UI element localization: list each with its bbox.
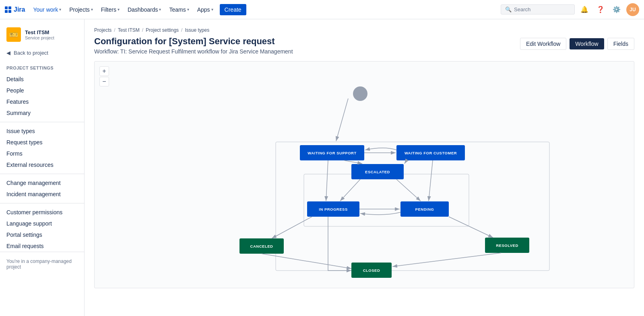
sidebar-item-forms[interactable]: Forms <box>0 148 84 159</box>
chevron-down-icon: ▾ <box>187 7 189 12</box>
page-header-left: Configuration for [System] Service reque… <box>94 36 293 55</box>
arrow-canceled-closed <box>262 254 351 269</box>
workflow-button[interactable]: Workflow <box>570 38 604 49</box>
page-subtitle: Workflow: TI: Service Request Fulfilment… <box>94 48 293 55</box>
chevron-down-icon: ▾ <box>118 7 120 12</box>
page-title: Configuration for [System] Service reque… <box>94 36 293 47</box>
arrow-wc-pending <box>429 160 433 201</box>
fields-button[interactable]: Fields <box>607 38 634 50</box>
topnav: Jira Your work ▾ Projects ▾ Filters ▾ Da… <box>0 0 644 19</box>
project-icon: 🎫 <box>6 27 21 42</box>
create-button[interactable]: Create <box>220 4 246 15</box>
breadcrumb-projects[interactable]: Projects <box>94 27 111 33</box>
divider <box>0 203 84 203</box>
sidebar-item-email-requests[interactable]: Email requests <box>0 240 84 252</box>
svg-text:CLOSED: CLOSED <box>363 268 380 273</box>
jira-logo-text: Jira <box>14 6 25 13</box>
grid-icon <box>5 6 11 13</box>
nav-projects[interactable]: Projects ▾ <box>66 5 96 14</box>
arrow-start-waiting-support <box>336 98 348 141</box>
zoom-out-button[interactable]: − <box>99 77 109 86</box>
sidebar-item-request-types[interactable]: Request types <box>0 137 84 148</box>
arrow-esc-ip <box>340 179 360 201</box>
main-content: Projects / Test ITSM / Project settings … <box>85 19 644 316</box>
nav-apps[interactable]: Apps ▾ <box>194 5 217 14</box>
chevron-down-icon: ▾ <box>211 7 213 12</box>
arrow-pending-resolved <box>449 217 493 238</box>
inner-box <box>304 174 469 226</box>
sidebar-section-title: Project settings <box>0 59 84 74</box>
sidebar-item-summary[interactable]: Summary <box>0 107 84 119</box>
sidebar: 🎫 Test ITSM Service project ◀ Back to pr… <box>0 19 85 316</box>
svg-text:WAITING FOR CUSTOMER: WAITING FOR CUSTOMER <box>405 151 457 155</box>
arrow-ws-esc <box>344 160 362 164</box>
nav-teams[interactable]: Teams ▾ <box>166 5 192 14</box>
search-icon: 🔍 <box>505 6 512 12</box>
sidebar-item-language-support[interactable]: Language support <box>0 218 84 229</box>
sidebar-item-features[interactable]: Features <box>0 96 84 107</box>
arrow-ip-closed <box>328 217 351 271</box>
workflow-diagram: WAITING FOR SUPPORT WAITING FOR CUSTOMER… <box>95 62 634 287</box>
sidebar-item-people[interactable]: People <box>0 85 84 96</box>
help-button[interactable]: ❓ <box>594 3 607 16</box>
breadcrumb-project-settings[interactable]: Project settings <box>146 27 179 33</box>
project-type: Service project <box>25 35 54 40</box>
chevron-down-icon: ▾ <box>59 7 61 12</box>
back-to-project[interactable]: ◀ Back to project <box>0 47 84 59</box>
arrow-ws-ip <box>326 160 328 201</box>
topnav-right: 🔍 Search 🔔 ❓ ⚙️ JU <box>501 3 639 16</box>
breadcrumb-test-itsm[interactable]: Test ITSM <box>118 27 140 33</box>
header-actions: Edit Workflow Workflow Fields <box>520 38 634 50</box>
sidebar-item-portal-settings[interactable]: Portal settings <box>0 229 84 240</box>
page-header: Configuration for [System] Service reque… <box>94 36 634 55</box>
arrow-esc-pending <box>396 179 421 201</box>
settings-button[interactable]: ⚙️ <box>610 3 623 16</box>
back-icon: ◀ <box>6 50 10 56</box>
avatar[interactable]: JU <box>626 3 639 16</box>
zoom-controls: + − <box>99 66 109 86</box>
zoom-in-button[interactable]: + <box>99 66 109 76</box>
nav-filters[interactable]: Filters ▾ <box>98 5 123 14</box>
chevron-down-icon: ▾ <box>159 7 161 12</box>
svg-text:IN PROGRESS: IN PROGRESS <box>319 207 348 211</box>
nav-dashboards[interactable]: Dashboards ▾ <box>124 5 165 14</box>
arrow-pending-ip <box>360 212 400 215</box>
breadcrumb: Projects / Test ITSM / Project settings … <box>94 27 634 33</box>
sidebar-item-issue-types[interactable]: Issue types <box>0 125 84 137</box>
arrow-resolved-closed <box>392 253 501 267</box>
workflow-canvas: + − <box>94 61 634 288</box>
breadcrumb-issue-types: Issue types <box>185 27 209 33</box>
chevron-down-icon: ▾ <box>91 7 93 12</box>
sidebar-item-change-management[interactable]: Change management <box>0 177 84 189</box>
svg-text:PENDING: PENDING <box>415 207 434 211</box>
start-node <box>353 86 367 101</box>
arrow-wc-ws <box>365 148 396 150</box>
svg-text:WAITING FOR SUPPORT: WAITING FOR SUPPORT <box>308 151 356 155</box>
svg-text:CANCELED: CANCELED <box>250 244 273 248</box>
divider <box>0 122 84 122</box>
project-name: Test ITSM <box>25 29 54 35</box>
arrow-wc-esc <box>405 160 407 164</box>
divider <box>0 174 84 174</box>
sidebar-item-external-resources[interactable]: External resources <box>0 159 84 170</box>
svg-text:RESOLVED: RESOLVED <box>496 243 518 248</box>
logo[interactable]: Jira <box>5 6 25 13</box>
edit-workflow-button[interactable]: Edit Workflow <box>520 38 566 50</box>
sidebar-item-incident-management[interactable]: Incident management <box>0 189 84 200</box>
notifications-button[interactable]: 🔔 <box>578 3 591 16</box>
search-box[interactable]: 🔍 Search <box>501 4 575 14</box>
sidebar-project: 🎫 Test ITSM Service project <box>0 24 84 47</box>
nav-your-work[interactable]: Your work ▾ <box>30 5 64 14</box>
sidebar-item-customer-permissions[interactable]: Customer permissions <box>0 207 84 218</box>
arrow-ip-canceled <box>272 217 312 238</box>
sidebar-footer: You're in a company-managed project <box>0 252 84 276</box>
sidebar-item-details[interactable]: Details <box>0 74 84 85</box>
svg-text:ESCALATED: ESCALATED <box>365 170 390 174</box>
layout: 🎫 Test ITSM Service project ◀ Back to pr… <box>0 19 644 316</box>
